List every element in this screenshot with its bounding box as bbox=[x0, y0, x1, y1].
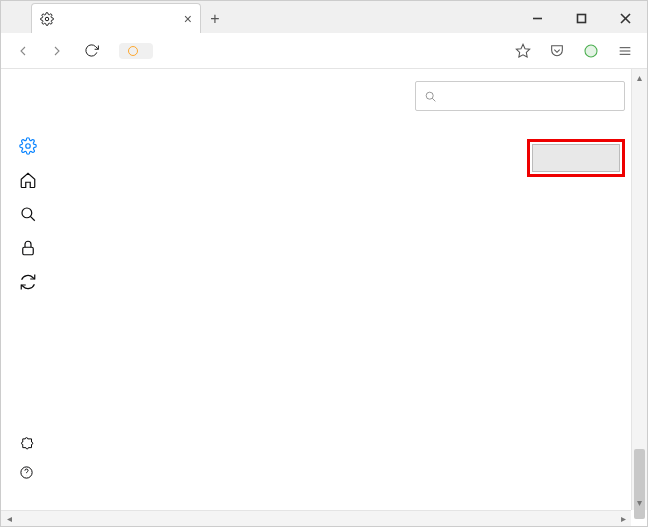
account-icon[interactable] bbox=[577, 37, 605, 65]
scroll-right-icon[interactable]: ▸ bbox=[615, 511, 631, 526]
sidebar bbox=[1, 69, 191, 526]
vertical-scrollbar[interactable]: ▴ ▾ bbox=[631, 69, 647, 510]
svg-point-11 bbox=[26, 144, 31, 149]
browser-tab[interactable]: × bbox=[31, 3, 201, 33]
highlight-box bbox=[527, 139, 625, 177]
horizontal-scrollbar[interactable]: ◂ ▸ bbox=[1, 510, 631, 526]
back-button[interactable] bbox=[9, 37, 37, 65]
scroll-left-icon[interactable]: ◂ bbox=[1, 511, 17, 526]
identity-box[interactable] bbox=[119, 43, 153, 59]
main-panel bbox=[191, 69, 647, 526]
sidebar-extensions[interactable] bbox=[19, 430, 191, 458]
puzzle-icon bbox=[19, 437, 34, 452]
menu-icon[interactable] bbox=[611, 37, 639, 65]
svg-line-18 bbox=[432, 98, 435, 101]
svg-point-17 bbox=[426, 92, 433, 99]
sidebar-item-sync[interactable] bbox=[19, 265, 191, 299]
svg-marker-6 bbox=[516, 44, 529, 57]
bookmark-star-icon[interactable] bbox=[509, 37, 537, 65]
sidebar-item-home[interactable] bbox=[19, 163, 191, 197]
scroll-up-icon[interactable]: ▴ bbox=[632, 69, 647, 85]
gear-icon bbox=[40, 12, 54, 26]
search-icon bbox=[19, 205, 37, 223]
search-icon bbox=[424, 90, 437, 103]
search-input[interactable] bbox=[443, 89, 616, 104]
reload-button[interactable] bbox=[77, 37, 105, 65]
titlebar: × + bbox=[1, 1, 647, 33]
pocket-icon[interactable] bbox=[543, 37, 571, 65]
sidebar-support[interactable] bbox=[19, 458, 191, 486]
svg-point-12 bbox=[22, 208, 32, 218]
sync-icon bbox=[19, 273, 37, 291]
svg-point-0 bbox=[45, 17, 49, 21]
svg-rect-2 bbox=[577, 14, 585, 22]
scroll-down-icon[interactable]: ▾ bbox=[632, 494, 647, 510]
close-icon[interactable]: × bbox=[184, 11, 192, 27]
lock-icon bbox=[19, 239, 37, 257]
gear-icon bbox=[19, 137, 37, 155]
sidebar-item-privacy[interactable] bbox=[19, 231, 191, 265]
svg-line-13 bbox=[30, 216, 34, 220]
forward-button[interactable] bbox=[43, 37, 71, 65]
new-tab-button[interactable]: + bbox=[201, 5, 229, 33]
home-icon bbox=[19, 171, 37, 189]
help-icon bbox=[19, 465, 34, 480]
sidebar-item-search[interactable] bbox=[19, 197, 191, 231]
settings-search[interactable] bbox=[415, 81, 625, 111]
network-settings-button[interactable] bbox=[532, 144, 620, 172]
toolbar bbox=[1, 33, 647, 69]
svg-point-5 bbox=[129, 46, 138, 55]
maximize-button[interactable] bbox=[559, 3, 603, 33]
minimize-button[interactable] bbox=[515, 3, 559, 33]
address-bar[interactable] bbox=[111, 37, 503, 65]
svg-point-7 bbox=[585, 45, 597, 57]
close-window-button[interactable] bbox=[603, 3, 647, 33]
svg-rect-14 bbox=[23, 247, 34, 255]
sidebar-item-general[interactable] bbox=[19, 129, 191, 163]
